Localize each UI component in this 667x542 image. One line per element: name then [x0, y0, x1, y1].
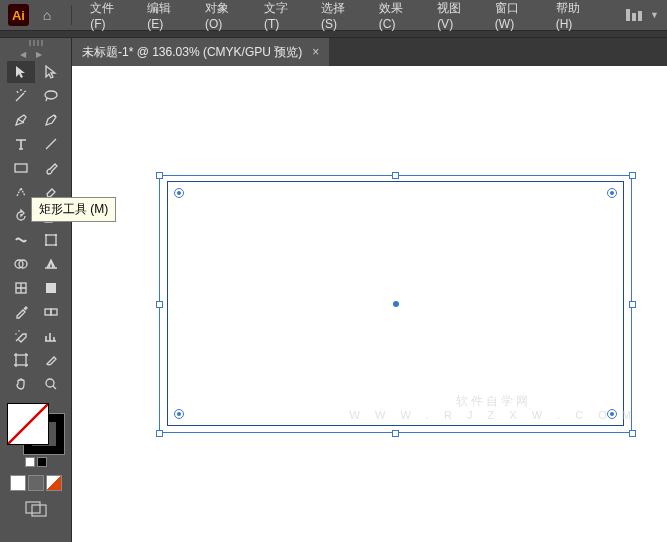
center-point — [393, 301, 399, 307]
menu-bar: Ai ⌂ 文件(F) 编辑(E) 对象(O) 文字(T) 选择(S) 效果(C)… — [0, 0, 667, 30]
chevron-down-icon[interactable]: ▼ — [650, 10, 659, 20]
draw-modes — [10, 475, 62, 491]
home-icon[interactable]: ⌂ — [43, 7, 51, 23]
magic-wand-tool[interactable] — [7, 85, 35, 107]
toolbox: ◀▶ — [0, 38, 72, 542]
tab-title: 未标题-1* @ 136.03% (CMYK/GPU 预览) — [82, 44, 302, 61]
svg-point-18 — [46, 379, 54, 387]
perspective-grid-tool[interactable] — [37, 253, 65, 275]
menu-object[interactable]: 对象(O) — [197, 0, 252, 34]
hand-tool[interactable] — [7, 373, 35, 395]
direct-selection-tool[interactable] — [37, 61, 65, 83]
handle-sw[interactable] — [156, 430, 163, 437]
anchor-nw[interactable] — [174, 188, 184, 198]
gradient-mode[interactable] — [28, 475, 44, 491]
svg-rect-12 — [46, 283, 56, 293]
svg-point-0 — [54, 115, 56, 117]
document-tab[interactable]: 未标题-1* @ 136.03% (CMYK/GPU 预览) × — [72, 38, 329, 66]
watermark-line2: W W W . R J Z X W . C O M — [350, 409, 637, 422]
type-tool[interactable] — [7, 133, 35, 155]
svg-rect-13 — [45, 309, 51, 315]
svg-rect-21 — [32, 505, 46, 516]
tab-bar: 未标题-1* @ 136.03% (CMYK/GPU 预览) × — [72, 38, 667, 66]
artboard-tool[interactable] — [7, 349, 35, 371]
svg-point-5 — [45, 234, 47, 236]
menu-effect[interactable]: 效果(C) — [371, 0, 425, 34]
anchor-sw[interactable] — [174, 409, 184, 419]
anchor-ne[interactable] — [607, 188, 617, 198]
blend-tool[interactable] — [37, 301, 65, 323]
zoom-tool[interactable] — [37, 373, 65, 395]
menu-select[interactable]: 选择(S) — [313, 0, 367, 34]
rectangle-tool[interactable] — [7, 157, 35, 179]
width-tool[interactable] — [7, 229, 35, 251]
symbol-sprayer-tool[interactable] — [7, 325, 35, 347]
svg-rect-20 — [26, 502, 40, 513]
watermark-line1: 软件自学网 — [350, 394, 637, 408]
handle-ne[interactable] — [629, 172, 636, 179]
close-icon[interactable]: × — [312, 45, 319, 59]
svg-point-7 — [45, 244, 47, 246]
paintbrush-tool[interactable] — [37, 157, 65, 179]
separator — [71, 5, 72, 25]
svg-point-6 — [55, 234, 57, 236]
curvature-tool[interactable] — [37, 109, 65, 131]
handle-e[interactable] — [629, 301, 636, 308]
swap-default-swatch[interactable] — [25, 457, 47, 467]
svg-line-19 — [8, 404, 48, 444]
menu-file[interactable]: 文件(F) — [82, 0, 135, 34]
eyedropper-tool[interactable] — [7, 301, 35, 323]
selection-tool[interactable] — [7, 61, 35, 83]
svg-rect-4 — [46, 235, 56, 245]
canvas[interactable]: 软件自学网 W W W . R J Z X W . C O M — [72, 66, 667, 542]
column-graph-tool[interactable] — [37, 325, 65, 347]
free-transform-tool[interactable] — [37, 229, 65, 251]
pen-tool[interactable] — [7, 109, 35, 131]
handle-se[interactable] — [629, 430, 636, 437]
svg-rect-1 — [15, 164, 27, 172]
fill-stroke-swatch[interactable] — [7, 403, 65, 455]
svg-point-15 — [15, 333, 17, 335]
handle-s[interactable] — [392, 430, 399, 437]
watermark: 软件自学网 W W W . R J Z X W . C O M — [350, 394, 637, 422]
menu-type[interactable]: 文字(T) — [256, 0, 309, 34]
app-logo: Ai — [8, 4, 29, 26]
handle-n[interactable] — [392, 172, 399, 179]
menu-view[interactable]: 视图(V) — [429, 0, 483, 34]
fill-swatch[interactable] — [7, 403, 49, 445]
none-mode[interactable] — [46, 475, 62, 491]
svg-point-8 — [55, 244, 57, 246]
workspace-switcher-icon[interactable] — [626, 9, 642, 21]
slice-tool[interactable] — [37, 349, 65, 371]
svg-rect-14 — [51, 309, 57, 315]
line-tool[interactable] — [37, 133, 65, 155]
collapse-arrows-icon[interactable]: ◀▶ — [20, 50, 52, 59]
menu-window[interactable]: 窗口(W) — [487, 0, 544, 34]
tool-tooltip: 矩形工具 (M) — [31, 197, 116, 222]
mesh-tool[interactable] — [7, 277, 35, 299]
menu-edit[interactable]: 编辑(E) — [139, 0, 193, 34]
lasso-tool[interactable] — [37, 85, 65, 107]
gradient-tool[interactable] — [37, 277, 65, 299]
document-area: 未标题-1* @ 136.03% (CMYK/GPU 预览) × 软件自学网 W… — [72, 38, 667, 542]
color-mode[interactable] — [10, 475, 26, 491]
svg-rect-17 — [16, 355, 26, 365]
handle-w[interactable] — [156, 301, 163, 308]
panel-grip[interactable] — [18, 40, 54, 46]
svg-point-16 — [18, 330, 20, 332]
screen-mode-icon[interactable] — [25, 501, 47, 520]
handle-nw[interactable] — [156, 172, 163, 179]
menu-help[interactable]: 帮助(H) — [548, 0, 602, 34]
shape-builder-tool[interactable] — [7, 253, 35, 275]
